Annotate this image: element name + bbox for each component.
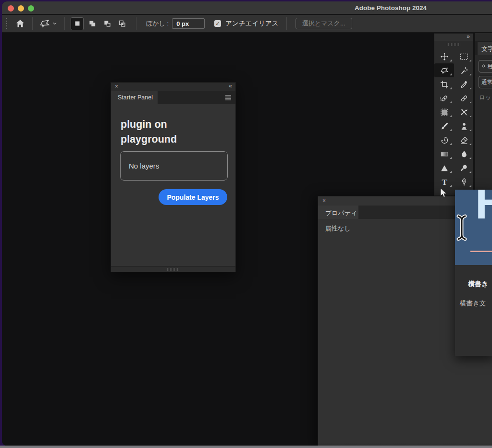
new-selection-mode-icon[interactable] <box>71 17 84 30</box>
object-selection-tool[interactable] <box>454 63 474 77</box>
antialias-label: アンチエイリアス <box>225 19 279 28</box>
intersect-selection-mode-icon[interactable] <box>115 17 128 30</box>
starter-panel-footer <box>111 266 235 272</box>
home-icon[interactable] <box>14 17 26 30</box>
tool-grid: T <box>434 49 473 189</box>
starter-panel: × « Starter Panel plugin on playground N… <box>111 82 236 272</box>
gradient-tool[interactable] <box>434 147 454 161</box>
patch-tool[interactable] <box>434 105 454 119</box>
lock-label: ロック <box>479 94 492 102</box>
panel-tab-row: 文字 <box>475 41 492 55</box>
photoshop-window: Adobe Photoshop 2024 ぼかし : ✓ アンチエイリアス 選択… <box>2 1 492 446</box>
eraser-tool[interactable] <box>454 133 474 147</box>
history-brush-tool[interactable] <box>434 133 454 147</box>
blur-tool[interactable] <box>454 147 474 161</box>
tooltip-letter: H <box>475 190 492 229</box>
separator <box>32 17 33 30</box>
tooltip-preview-image: H <box>455 190 492 265</box>
blend-mode-value: 通常 <box>481 78 492 86</box>
subtract-from-selection-mode-icon[interactable] <box>100 17 113 30</box>
options-bar-grip[interactable] <box>6 18 7 29</box>
dock-edge <box>0 446 492 448</box>
layers-empty-box: No layers <box>120 151 228 181</box>
rectangular-marquee-tool[interactable] <box>454 49 474 63</box>
horizontal-type-tool[interactable]: T <box>434 175 454 189</box>
mouse-cursor <box>440 188 447 198</box>
move-tool[interactable] <box>434 49 454 63</box>
healing-brush-tool[interactable] <box>454 91 474 105</box>
svg-text:T: T <box>442 178 447 186</box>
window-title: Adobe Photoshop 2024 <box>355 4 427 12</box>
search-icon <box>481 63 486 69</box>
selection-mode-group <box>71 17 130 30</box>
resize-grip[interactable] <box>167 268 180 271</box>
eyedropper-tool[interactable] <box>454 77 474 91</box>
text-ibeam-cursor-icon <box>456 214 467 242</box>
close-window-button[interactable] <box>8 5 14 12</box>
starter-panel-header[interactable]: × « <box>111 83 235 91</box>
panel-menu-icon[interactable] <box>224 94 232 101</box>
shape-tool[interactable] <box>434 161 454 175</box>
clone-stamp-tool[interactable] <box>454 119 474 133</box>
tool-rich-tooltip: H 横書き 横書き文 <box>455 190 492 356</box>
chevron-down-icon[interactable] <box>51 17 59 30</box>
separator <box>136 17 136 30</box>
antialias-checkbox[interactable]: ✓ <box>214 20 221 27</box>
no-layers-text: No layers <box>129 162 159 170</box>
minimize-window-button[interactable] <box>18 5 24 12</box>
titlebar: Adobe Photoshop 2024 <box>2 1 492 14</box>
brush-tool[interactable] <box>434 119 454 133</box>
text-baseline-indicator <box>470 251 492 252</box>
tooltip-title: 横書き <box>468 280 488 289</box>
zoom-window-button[interactable] <box>28 5 34 12</box>
populate-layers-button[interactable]: Populate Layers <box>159 189 227 205</box>
tab-starter-panel[interactable]: Starter Panel <box>111 91 158 104</box>
feather-label: ぼかし : <box>146 19 169 28</box>
expand-panel-icon[interactable]: » <box>467 33 469 40</box>
separator <box>286 17 287 30</box>
layer-filter-label: 種 <box>488 62 492 71</box>
close-icon[interactable]: × <box>322 197 326 204</box>
blend-mode-select[interactable]: 通常 <box>479 76 492 88</box>
tab-character[interactable]: 文字 <box>478 42 492 55</box>
tools-panel: » T <box>434 33 473 196</box>
no-attributes-text: 属性なし <box>325 224 351 233</box>
crop-tool[interactable] <box>434 77 454 91</box>
separator <box>64 17 65 30</box>
add-to-selection-mode-icon[interactable] <box>86 17 98 30</box>
tools-panel-header[interactable]: » <box>434 34 473 41</box>
spot-healing-brush-tool[interactable] <box>434 91 454 105</box>
content-aware-move-tool[interactable] <box>454 105 474 119</box>
close-icon[interactable]: × <box>115 83 118 90</box>
polygonal-lasso-icon[interactable] <box>38 17 51 30</box>
feather-input[interactable] <box>172 18 205 29</box>
pen-tool[interactable] <box>454 175 474 189</box>
layer-filter-search[interactable]: 種 <box>479 60 492 73</box>
collapse-panel-icon[interactable]: « <box>229 83 232 89</box>
tab-properties[interactable]: プロパティ <box>318 206 358 219</box>
tools-panel-grip[interactable] <box>447 43 461 46</box>
starter-panel-tab-row: Starter Panel <box>111 91 235 104</box>
tool-options-bar: ぼかし : ✓ アンチエイリアス 選択とマスク... <box>2 15 492 33</box>
select-and-mask-button[interactable]: 選択とマスク... <box>295 18 352 29</box>
polygonal-lasso-tool[interactable] <box>434 63 454 77</box>
plugin-heading: plugin on playground <box>121 117 205 147</box>
dodge-tool[interactable] <box>454 161 474 175</box>
tooltip-description: 横書き文 <box>460 299 486 308</box>
